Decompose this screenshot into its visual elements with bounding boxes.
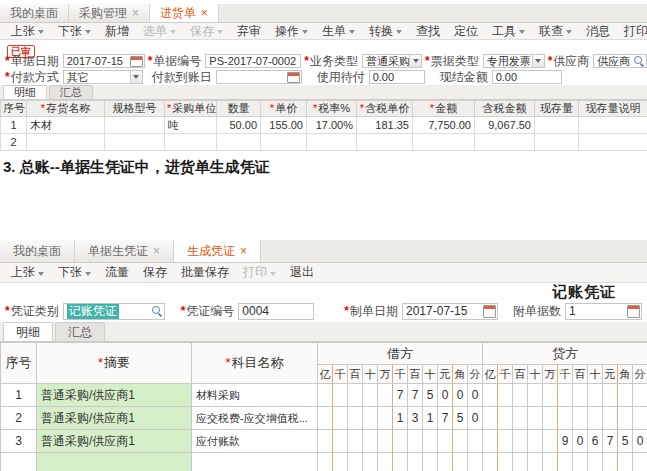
digit-cell[interactable] <box>378 407 393 430</box>
digit-cell[interactable] <box>633 384 647 407</box>
toolbar-button[interactable]: 下张 <box>51 263 98 282</box>
digit-cell[interactable] <box>603 384 618 407</box>
digit-cell[interactable]: 0 <box>468 384 483 407</box>
digit-cell[interactable] <box>513 407 528 430</box>
bill-date-input[interactable]: 2017-07-15 <box>63 54 145 68</box>
calendar-icon[interactable] <box>130 56 143 67</box>
summary-cell[interactable]: 普通采购/供应商1 <box>37 430 192 453</box>
close-icon[interactable]: × <box>153 245 160 257</box>
cell[interactable] <box>579 134 647 151</box>
digit-cell[interactable] <box>528 407 543 430</box>
digit-cell[interactable] <box>468 453 483 471</box>
use-pending-input[interactable]: 0.00 <box>369 70 425 84</box>
account-cell[interactable]: 材料采购 <box>192 384 318 407</box>
digit-cell[interactable] <box>543 430 558 453</box>
digit-cell[interactable] <box>543 384 558 407</box>
digit-cell[interactable] <box>348 384 363 407</box>
digit-cell[interactable] <box>618 384 633 407</box>
digit-cell[interactable] <box>438 430 453 453</box>
digit-cell[interactable] <box>558 453 573 471</box>
digit-cell[interactable]: 5 <box>618 430 633 453</box>
cash-amount-input[interactable]: 0.00 <box>492 70 562 84</box>
tab[interactable]: 进货单× <box>150 4 219 22</box>
digit-cell[interactable] <box>483 384 498 407</box>
pay-method-select[interactable]: 其它 <box>63 70 143 84</box>
close-icon[interactable]: × <box>201 7 208 19</box>
digit-cell[interactable] <box>423 453 438 471</box>
tab[interactable]: 生成凭证× <box>174 240 261 262</box>
chevron-down-icon[interactable] <box>532 55 544 67</box>
digit-cell[interactable] <box>618 453 633 471</box>
digit-cell[interactable] <box>483 453 498 471</box>
toolbar-button[interactable]: 上张 <box>4 23 51 39</box>
digit-cell[interactable] <box>438 453 453 471</box>
digit-cell[interactable] <box>633 407 647 430</box>
digit-cell[interactable] <box>513 384 528 407</box>
voucher-type-input[interactable]: 记账凭证 <box>63 303 165 320</box>
digit-cell[interactable] <box>363 430 378 453</box>
cell[interactable] <box>27 134 105 151</box>
cell[interactable] <box>357 134 413 151</box>
digit-cell[interactable] <box>588 407 603 430</box>
toolbar-button[interactable]: 消息 <box>579 23 617 39</box>
cell[interactable]: 吨 <box>165 117 217 134</box>
digit-cell[interactable] <box>363 407 378 430</box>
digit-cell[interactable] <box>318 384 333 407</box>
toolbar-button[interactable]: 打印 <box>617 23 647 39</box>
cell[interactable]: 木材 <box>27 117 105 134</box>
digit-cell[interactable] <box>333 430 348 453</box>
close-icon[interactable]: × <box>240 245 247 257</box>
digit-cell[interactable] <box>423 430 438 453</box>
subtab[interactable]: 汇总 <box>55 322 105 341</box>
toolbar-button[interactable]: 工具 <box>485 23 532 39</box>
account-cell[interactable] <box>192 453 318 471</box>
digit-cell[interactable] <box>573 407 588 430</box>
digit-cell[interactable] <box>363 384 378 407</box>
summary-cell[interactable]: 普通采购/供应商1 <box>37 407 192 430</box>
digit-cell[interactable] <box>453 453 468 471</box>
digit-cell[interactable] <box>393 430 408 453</box>
digit-cell[interactable] <box>378 430 393 453</box>
subtab[interactable]: 明细 <box>3 322 53 341</box>
digit-cell[interactable] <box>333 407 348 430</box>
toolbar-button[interactable]: 联查 <box>532 23 579 39</box>
cell[interactable]: 181.35 <box>357 117 413 134</box>
digit-cell[interactable] <box>333 453 348 471</box>
cell[interactable]: 155.00 <box>261 117 307 134</box>
digit-cell[interactable] <box>603 453 618 471</box>
tab[interactable]: 单据生凭证× <box>75 240 174 262</box>
digit-cell[interactable] <box>318 453 333 471</box>
toolbar-button[interactable]: 批量保存 <box>174 263 236 282</box>
cell[interactable]: 9,067.50 <box>475 117 535 134</box>
toolbar-button[interactable]: 生单 <box>315 23 362 39</box>
digit-cell[interactable] <box>408 430 423 453</box>
digit-cell[interactable]: 7 <box>438 407 453 430</box>
digit-cell[interactable] <box>528 453 543 471</box>
digit-cell[interactable] <box>378 384 393 407</box>
digit-cell[interactable] <box>513 453 528 471</box>
digit-cell[interactable]: 0 <box>573 430 588 453</box>
supplier-input[interactable]: 供应商1 <box>593 54 647 68</box>
digit-cell[interactable]: 1 <box>393 407 408 430</box>
magnifier-icon[interactable] <box>150 305 163 318</box>
field-addon-icon[interactable] <box>627 305 640 318</box>
digit-cell[interactable]: 7 <box>408 384 423 407</box>
tab[interactable]: 我的桌面 <box>0 4 69 22</box>
account-cell[interactable]: 应交税费-应交增值税... <box>192 407 318 430</box>
account-cell[interactable]: 应付账款 <box>192 430 318 453</box>
digit-cell[interactable] <box>633 453 647 471</box>
digit-cell[interactable] <box>333 384 348 407</box>
digit-cell[interactable] <box>543 407 558 430</box>
cell[interactable] <box>535 134 579 151</box>
toolbar-button[interactable]: 弃审 <box>230 23 268 39</box>
digit-cell[interactable] <box>453 430 468 453</box>
voucher-date-input[interactable]: 2017-07-15 <box>402 303 498 320</box>
tab[interactable]: 采购管理× <box>69 4 150 22</box>
digit-cell[interactable]: 0 <box>438 384 453 407</box>
digit-cell[interactable] <box>318 430 333 453</box>
digit-cell[interactable] <box>573 384 588 407</box>
digit-cell[interactable] <box>378 453 393 471</box>
cell[interactable] <box>217 134 261 151</box>
close-icon[interactable]: × <box>132 7 139 19</box>
digit-cell[interactable] <box>393 453 408 471</box>
